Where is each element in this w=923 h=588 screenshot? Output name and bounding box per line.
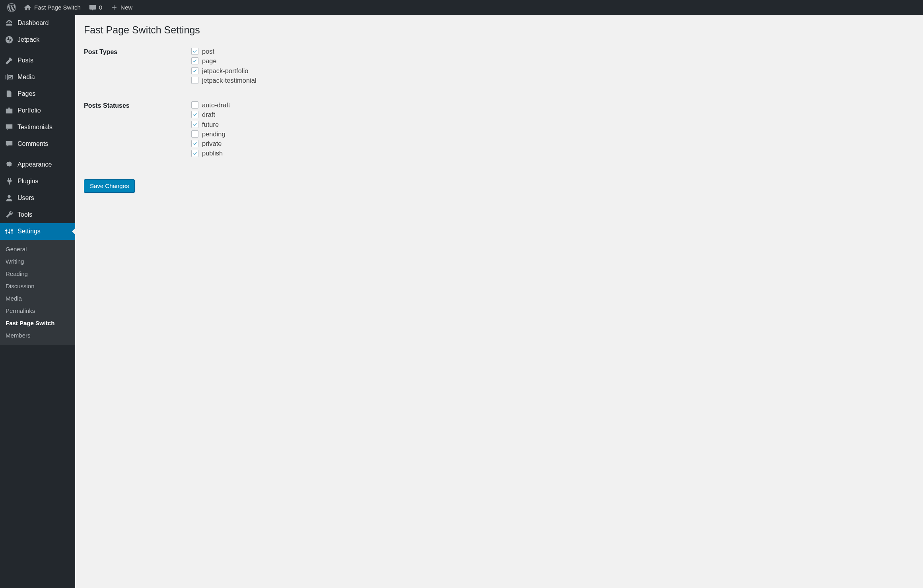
admin-bar: Fast Page Switch 0 New <box>0 0 923 15</box>
plus-icon <box>110 4 118 12</box>
sidebar-item-plugins[interactable]: Plugins <box>0 173 75 190</box>
checkbox[interactable] <box>191 67 198 74</box>
new-label: New <box>120 4 132 11</box>
option-auto-draft[interactable]: auto-draft <box>191 101 910 109</box>
svg-point-1 <box>6 36 13 43</box>
sidebar-item-label: Plugins <box>17 178 38 185</box>
comments-count: 0 <box>99 4 102 11</box>
sidebar-item-label: Portfolio <box>17 107 41 114</box>
option-label: private <box>202 139 222 148</box>
page-title: Fast Page Switch Settings <box>84 19 914 44</box>
sidebar-item-label: Comments <box>17 140 48 147</box>
submenu-item-general[interactable]: General <box>0 243 75 255</box>
checkbox[interactable] <box>191 111 198 118</box>
option-private[interactable]: private <box>191 139 910 148</box>
checkbox[interactable] <box>191 57 198 64</box>
sidebar-item-dashboard[interactable]: Dashboard <box>0 15 75 31</box>
submenu-item-permalinks[interactable]: Permalinks <box>0 305 75 317</box>
option-label: jetpack-testimonial <box>202 76 256 85</box>
submenu-item-discussion[interactable]: Discussion <box>0 280 75 292</box>
plugins-icon <box>5 177 14 186</box>
users-icon <box>5 194 14 202</box>
sidebar-item-settings[interactable]: Settings <box>0 223 75 240</box>
svg-point-2 <box>9 76 10 77</box>
section-options: postpagejetpack-portfoliojetpack-testimo… <box>187 44 914 97</box>
sidebar-item-comments[interactable]: Comments <box>0 136 75 152</box>
option-label: pending <box>202 130 225 138</box>
option-pending[interactable]: pending <box>191 130 910 138</box>
option-draft[interactable]: draft <box>191 110 910 119</box>
comment-icon <box>89 4 97 12</box>
admin-sidebar: DashboardJetpackPostsMediaPagesPortfolio… <box>0 15 75 588</box>
home-icon <box>24 4 32 12</box>
sidebar-item-label: Tools <box>17 211 32 218</box>
sidebar-item-users[interactable]: Users <box>0 190 75 206</box>
submenu-item-reading[interactable]: Reading <box>0 268 75 280</box>
settings-icon <box>5 227 14 236</box>
svg-rect-9 <box>11 229 14 231</box>
comments-icon <box>5 140 14 148</box>
menu-separator <box>0 152 75 156</box>
sidebar-item-testimonials[interactable]: Testimonials <box>0 119 75 136</box>
settings-submenu: GeneralWritingReadingDiscussionMediaPerm… <box>0 240 75 345</box>
submenu-item-writing[interactable]: Writing <box>0 255 75 268</box>
sidebar-item-appearance[interactable]: Appearance <box>0 156 75 173</box>
sidebar-item-tools[interactable]: Tools <box>0 206 75 223</box>
section-heading: Post Types <box>84 44 187 97</box>
sidebar-item-label: Pages <box>17 90 35 97</box>
svg-rect-0 <box>6 24 12 26</box>
option-label: auto-draft <box>202 101 230 109</box>
sidebar-item-label: Posts <box>17 57 33 64</box>
option-jetpack-portfolio[interactable]: jetpack-portfolio <box>191 66 910 75</box>
tools-icon <box>5 210 14 219</box>
svg-rect-7 <box>5 230 7 231</box>
option-label: post <box>202 47 214 56</box>
svg-rect-4 <box>6 229 7 234</box>
submenu-item-media[interactable]: Media <box>0 292 75 305</box>
option-label: publish <box>202 149 223 157</box>
checkbox[interactable] <box>191 121 198 128</box>
posts-icon <box>5 56 14 65</box>
option-post[interactable]: post <box>191 47 910 56</box>
pages-icon <box>5 89 14 98</box>
checkbox[interactable] <box>191 101 198 109</box>
dashboard-icon <box>5 19 14 27</box>
sidebar-item-jetpack[interactable]: Jetpack <box>0 31 75 48</box>
sidebar-item-label: Media <box>17 74 35 81</box>
main-content: Fast Page Switch Settings Post Typespost… <box>75 15 923 588</box>
new-content-link[interactable]: New <box>106 0 136 15</box>
sidebar-item-media[interactable]: Media <box>0 69 75 85</box>
sidebar-item-posts[interactable]: Posts <box>0 52 75 69</box>
checkbox[interactable] <box>191 140 198 147</box>
sidebar-item-label: Dashboard <box>17 19 49 27</box>
sidebar-item-portfolio[interactable]: Portfolio <box>0 102 75 119</box>
sidebar-item-pages[interactable]: Pages <box>0 85 75 102</box>
section-options: auto-draftdraftfuturependingprivatepubli… <box>187 97 914 171</box>
option-future[interactable]: future <box>191 120 910 129</box>
option-label: draft <box>202 110 215 119</box>
option-page[interactable]: page <box>191 56 910 65</box>
option-label: page <box>202 56 217 65</box>
settings-form-table: Post Typespostpagejetpack-portfoliojetpa… <box>84 44 914 171</box>
option-label: future <box>202 120 219 129</box>
site-name-link[interactable]: Fast Page Switch <box>20 0 85 15</box>
sidebar-item-label: Testimonials <box>17 124 52 131</box>
svg-rect-5 <box>9 229 10 234</box>
wp-logo[interactable] <box>3 0 20 15</box>
submenu-item-members[interactable]: Members <box>0 329 75 342</box>
appearance-icon <box>5 160 14 169</box>
option-jetpack-testimonial[interactable]: jetpack-testimonial <box>191 76 910 85</box>
sidebar-item-label: Jetpack <box>17 36 39 43</box>
menu-separator <box>0 48 75 52</box>
portfolio-icon <box>5 106 14 115</box>
comments-link[interactable]: 0 <box>85 0 106 15</box>
checkbox[interactable] <box>191 150 198 157</box>
option-publish[interactable]: publish <box>191 149 910 157</box>
submenu-item-fast-page-switch[interactable]: Fast Page Switch <box>0 317 75 329</box>
checkbox[interactable] <box>191 48 198 55</box>
checkbox[interactable] <box>191 77 198 84</box>
checkbox[interactable] <box>191 130 198 138</box>
svg-point-3 <box>8 195 10 198</box>
save-button[interactable]: Save Changes <box>84 179 135 192</box>
site-title: Fast Page Switch <box>34 4 81 11</box>
